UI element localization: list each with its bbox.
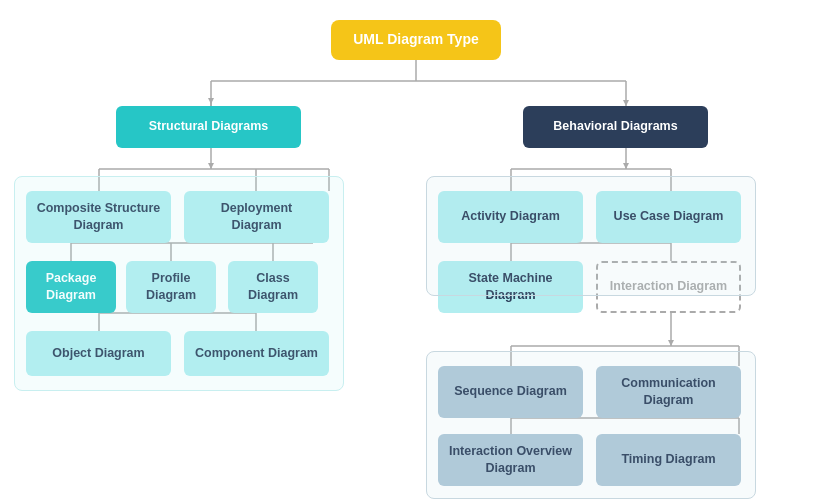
deployment-node: Deployment Diagram xyxy=(184,191,329,243)
root-node: UML Diagram Type xyxy=(331,20,501,60)
activity-node: Activity Diagram xyxy=(438,191,583,243)
svg-marker-7 xyxy=(208,163,214,169)
svg-marker-20 xyxy=(623,163,629,169)
state-machine-node: State MachineDiagram xyxy=(438,261,583,313)
profile-node: ProfileDiagram xyxy=(126,261,216,313)
sequence-node: Sequence Diagram xyxy=(438,366,583,418)
composite-structure-node: Composite StructureDiagram xyxy=(26,191,171,243)
package-node: PackageDiagram xyxy=(26,261,116,313)
timing-node: Timing Diagram xyxy=(596,434,741,486)
sequence-label: Sequence Diagram xyxy=(454,383,567,399)
use-case-label: Use Case Diagram xyxy=(614,208,724,224)
package-label: PackageDiagram xyxy=(46,270,97,303)
component-label: Component Diagram xyxy=(195,345,318,361)
root-label: UML Diagram Type xyxy=(353,30,479,48)
class-label: ClassDiagram xyxy=(248,270,298,303)
communication-label: CommunicationDiagram xyxy=(621,375,715,408)
object-node: Object Diagram xyxy=(26,331,171,376)
communication-node: CommunicationDiagram xyxy=(596,366,741,418)
object-label: Object Diagram xyxy=(52,345,144,361)
use-case-node: Use Case Diagram xyxy=(596,191,741,243)
behavioral-node: Behavioral Diagrams xyxy=(523,106,708,148)
timing-label: Timing Diagram xyxy=(621,451,715,467)
state-machine-label: State MachineDiagram xyxy=(468,270,552,303)
svg-marker-5 xyxy=(623,100,629,106)
behavioral-label: Behavioral Diagrams xyxy=(553,118,677,134)
svg-marker-4 xyxy=(208,98,214,104)
interaction-overview-label: Interaction OverviewDiagram xyxy=(449,443,572,476)
deployment-label: Deployment Diagram xyxy=(194,200,319,233)
structural-label: Structural Diagrams xyxy=(149,118,268,134)
activity-label: Activity Diagram xyxy=(461,208,560,224)
connector-lines xyxy=(6,6,826,496)
diagram-container: UML Diagram Type Structural Diagrams Beh… xyxy=(6,6,826,496)
interaction-label: Interaction Diagram xyxy=(610,278,727,294)
component-node: Component Diagram xyxy=(184,331,329,376)
profile-label: ProfileDiagram xyxy=(146,270,196,303)
interaction-node: Interaction Diagram xyxy=(596,261,741,313)
composite-structure-label: Composite StructureDiagram xyxy=(37,200,161,233)
class-node: ClassDiagram xyxy=(228,261,318,313)
interaction-overview-node: Interaction OverviewDiagram xyxy=(438,434,583,486)
structural-node: Structural Diagrams xyxy=(116,106,301,148)
svg-marker-28 xyxy=(668,340,674,346)
